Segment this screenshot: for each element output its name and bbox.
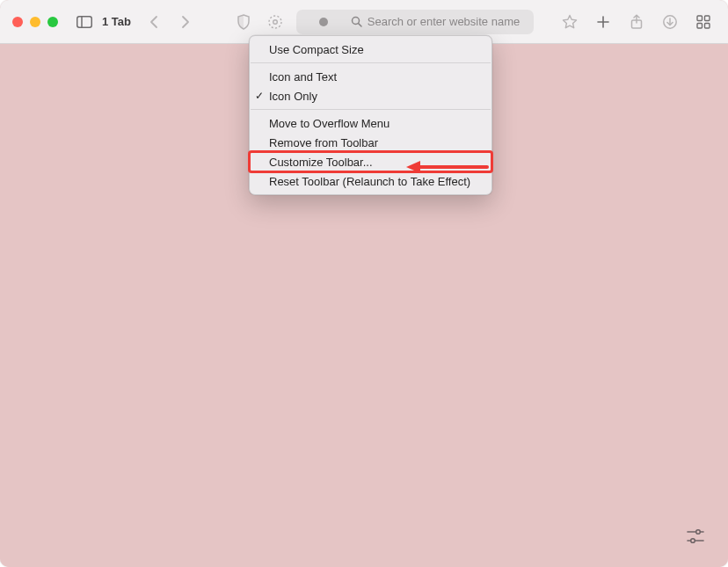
download-icon bbox=[662, 14, 678, 30]
menu-separator bbox=[251, 109, 491, 110]
menu-item-label: Customize Toolbar... bbox=[269, 156, 373, 169]
privacy-report-button[interactable] bbox=[231, 10, 256, 34]
checkmark-icon: ✓ bbox=[255, 90, 264, 102]
svg-rect-15 bbox=[705, 23, 710, 28]
share-icon bbox=[630, 14, 644, 30]
tab-overview-button[interactable] bbox=[691, 10, 716, 34]
gear-outline-icon bbox=[267, 14, 283, 30]
share-button[interactable] bbox=[624, 10, 649, 34]
chevron-right-icon bbox=[181, 15, 190, 29]
window-controls bbox=[12, 17, 58, 27]
svg-rect-14 bbox=[697, 23, 703, 28]
menu-item-label: Remove from Toolbar bbox=[269, 136, 378, 149]
sidebar-toggle-button[interactable] bbox=[72, 10, 97, 34]
menu-item-customize-toolbar[interactable]: Customize Toolbar... bbox=[250, 152, 491, 171]
menu-separator bbox=[251, 62, 491, 63]
menu-item-label: Icon Only bbox=[269, 90, 317, 103]
tab-count-label[interactable]: 1 Tab bbox=[102, 15, 131, 28]
browser-window: 1 Tab bbox=[0, 0, 728, 567]
svg-rect-12 bbox=[697, 16, 703, 21]
chevron-left-icon bbox=[149, 15, 158, 29]
star-icon bbox=[562, 14, 578, 30]
forward-button[interactable] bbox=[173, 10, 198, 34]
search-icon bbox=[351, 16, 362, 27]
svg-point-21 bbox=[691, 539, 695, 543]
close-window-button[interactable] bbox=[12, 17, 23, 27]
menu-item-label: Move to Overflow Menu bbox=[269, 117, 389, 130]
svg-point-3 bbox=[273, 19, 278, 24]
menu-item-move-overflow[interactable]: Move to Overflow Menu bbox=[250, 113, 491, 133]
back-button[interactable] bbox=[142, 10, 166, 34]
svg-rect-0 bbox=[77, 16, 92, 27]
shield-half-icon bbox=[237, 14, 251, 30]
svg-line-5 bbox=[358, 24, 360, 26]
sliders-icon bbox=[686, 528, 705, 544]
svg-point-19 bbox=[696, 530, 701, 534]
address-bar-placeholder: Search or enter website name bbox=[368, 15, 520, 28]
menu-item-remove-toolbar[interactable]: Remove from Toolbar bbox=[250, 133, 491, 152]
address-bar[interactable]: Search or enter website name bbox=[296, 10, 534, 34]
menu-item-label: Use Compact Size bbox=[269, 43, 364, 56]
menu-item-label: Reset Toolbar (Relaunch to Take Effect) bbox=[269, 175, 470, 188]
svg-rect-13 bbox=[705, 16, 710, 21]
downloads-button[interactable] bbox=[658, 10, 682, 34]
site-status-dot-icon bbox=[319, 18, 328, 26]
menu-item-icon-and-text[interactable]: Icon and Text bbox=[250, 67, 491, 86]
toolbar-context-menu: Use Compact Size Icon and Text ✓ Icon On… bbox=[249, 35, 492, 195]
grid-icon bbox=[696, 15, 710, 29]
new-tab-button[interactable] bbox=[591, 10, 615, 34]
minimize-window-button[interactable] bbox=[30, 17, 40, 27]
extensions-button[interactable] bbox=[263, 10, 288, 34]
svg-point-2 bbox=[269, 16, 281, 28]
menu-item-reset-toolbar[interactable]: Reset Toolbar (Relaunch to Take Effect) bbox=[250, 171, 491, 191]
menu-item-label: Icon and Text bbox=[269, 70, 337, 84]
fullscreen-window-button[interactable] bbox=[47, 17, 58, 27]
sidebar-icon bbox=[76, 16, 92, 28]
bookmark-button[interactable] bbox=[557, 10, 582, 34]
menu-item-compact-size[interactable]: Use Compact Size bbox=[250, 40, 491, 59]
page-settings-button[interactable] bbox=[681, 521, 710, 551]
plus-icon bbox=[596, 15, 610, 29]
menu-item-icon-only[interactable]: ✓ Icon Only bbox=[250, 86, 491, 105]
